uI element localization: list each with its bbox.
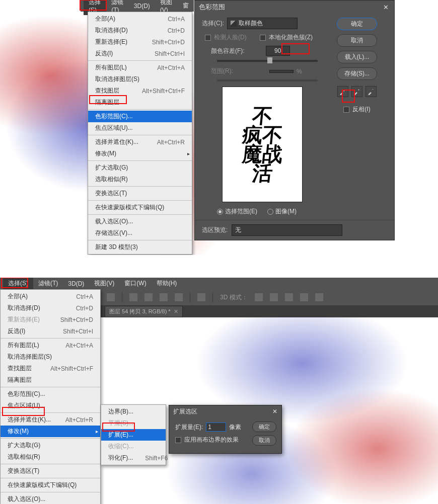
menu-item[interactable]: 取消选择(D)Ctrl+D bbox=[1, 302, 100, 314]
selection-preview-combo[interactable]: 无 bbox=[232, 224, 342, 236]
menubar: 选择(S) 滤镜(T) 3D(D) 视图(V) 窗口(W) 帮助(H) bbox=[0, 278, 438, 289]
select-combo-value: 取样颜色 bbox=[239, 19, 263, 28]
radio-image[interactable]: 图像(M) bbox=[267, 207, 297, 216]
3d-orbit-icon[interactable] bbox=[255, 293, 263, 301]
select-combo[interactable]: 取样颜色 bbox=[227, 18, 298, 29]
screenshot-bottom: 选择(S) 滤镜(T) 3D(D) 视图(V) 窗口(W) 帮助(H) 3D 模… bbox=[0, 278, 438, 504]
3d-camera-icon[interactable] bbox=[315, 293, 323, 301]
align-icon[interactable] bbox=[175, 293, 183, 301]
menu-item[interactable]: 全部(A)Ctrl+A bbox=[1, 291, 100, 302]
align-icon[interactable] bbox=[144, 293, 153, 301]
menu-item[interactable]: 焦点区域(U)... bbox=[88, 122, 192, 134]
eyedropper-icon[interactable] bbox=[337, 86, 348, 97]
eyedropper-sub-icon[interactable]: − bbox=[366, 86, 377, 97]
menu-item[interactable]: 选择并遮住(K)...Alt+Ctrl+R bbox=[1, 414, 100, 426]
fuzziness-slider[interactable] bbox=[217, 60, 318, 62]
menu-item[interactable]: 在快速蒙版模式下编辑(Q) bbox=[88, 202, 192, 213]
align-icon[interactable] bbox=[129, 293, 137, 301]
align-icon[interactable] bbox=[160, 293, 168, 301]
menu-item[interactable]: 扩展(E)... bbox=[101, 429, 166, 441]
menu-3d[interactable]: 3D(D) bbox=[129, 1, 155, 11]
dialog-title: 扩展选区 bbox=[173, 407, 197, 416]
menu-item[interactable]: 隔离图层 bbox=[88, 97, 192, 108]
options-bar: 3D 模式： bbox=[101, 289, 438, 305]
menu-item[interactable]: 选择并遮住(K)...Alt+Ctrl+R bbox=[88, 136, 192, 148]
menu-item[interactable]: 反选(I)Shift+Ctrl+I bbox=[1, 325, 100, 337]
range-label: 范围(R): bbox=[211, 67, 233, 75]
save-button[interactable]: 存储(S)... bbox=[337, 67, 377, 80]
menu-item[interactable]: 扩大选取(G) bbox=[1, 440, 100, 451]
dialog-titlebar: 色彩范围 ✕ bbox=[195, 1, 394, 14]
menu-item[interactable]: 羽化(F)...Shift+F6 bbox=[101, 452, 166, 464]
menu-item[interactable]: 扩大选取(G) bbox=[88, 162, 192, 174]
menu-item[interactable]: 取消选择(D)Ctrl+D bbox=[88, 25, 192, 36]
detect-faces-label: 检测人脸(D) bbox=[214, 33, 247, 42]
menu-item[interactable]: 选取相似(R) bbox=[1, 451, 100, 463]
3d-dolly-icon[interactable] bbox=[285, 293, 293, 301]
menu-view[interactable]: 视图(V) bbox=[89, 278, 119, 289]
menu-item[interactable]: 选取相似(R) bbox=[88, 174, 192, 185]
menu-3d[interactable]: 3D(D) bbox=[63, 279, 89, 289]
dialog-title: 色彩范围 bbox=[199, 3, 225, 12]
ok-button[interactable]: 确定 bbox=[252, 422, 276, 432]
menu-item[interactable]: 反选(I)Shift+Ctrl+I bbox=[88, 48, 192, 59]
menu-item[interactable]: 色彩范围(C)... bbox=[1, 388, 100, 400]
ok-button[interactable]: 确定 bbox=[337, 18, 377, 30]
menu-item[interactable]: 色彩范围(C)... bbox=[88, 111, 192, 122]
menu-item[interactable]: 焦点区域(U)... bbox=[1, 400, 100, 411]
menu-item[interactable]: 全部(A)Ctrl+A bbox=[88, 13, 192, 25]
menu-item[interactable]: 边界(B)... bbox=[101, 406, 166, 417]
localized-checkbox[interactable] bbox=[260, 35, 266, 41]
menu-item[interactable]: 隔离图层 bbox=[1, 374, 100, 386]
tool-cursor-icon[interactable] bbox=[107, 293, 115, 301]
menu-help[interactable]: 帮助(H) bbox=[152, 278, 182, 289]
menu-item[interactable]: 修改(M) bbox=[88, 148, 192, 159]
fuzziness-field[interactable]: 90 bbox=[266, 46, 290, 56]
menu-item[interactable]: 所有图层(L)Alt+Ctrl+A bbox=[1, 340, 100, 351]
eyedropper-add-icon[interactable]: + bbox=[351, 86, 362, 97]
eyedropper-icon bbox=[231, 21, 237, 27]
close-icon[interactable]: ✕ bbox=[381, 4, 390, 11]
menu-item[interactable]: 修改(M) bbox=[1, 426, 100, 437]
menu-item[interactable]: 所有图层(L)Alt+Ctrl+A bbox=[88, 62, 192, 73]
menu-item[interactable]: 取消选择图层(S) bbox=[88, 73, 192, 85]
menu-item[interactable]: 存储选区(V)... bbox=[88, 227, 192, 239]
menu-item[interactable]: 新建 3D 模型(3) bbox=[88, 241, 192, 253]
expand-amount-label: 扩展量(E): bbox=[175, 423, 203, 432]
cancel-button[interactable]: 取消 bbox=[337, 34, 377, 47]
menu-filter[interactable]: 滤镜(T) bbox=[33, 278, 63, 289]
menu-item: 收缩(C)... bbox=[101, 441, 166, 452]
select-dropdown: 全部(A)Ctrl+A取消选择(D)Ctrl+D重新选择(E)Shift+Ctr… bbox=[0, 289, 101, 504]
canvas-artwork bbox=[101, 298, 438, 504]
close-icon[interactable]: ✕ bbox=[174, 308, 178, 315]
apply-canvas-label: 应用画布边界的效果 bbox=[184, 436, 239, 444]
invert-row[interactable]: 反相(I) bbox=[343, 105, 370, 114]
load-button[interactable]: 载入(L)... bbox=[337, 51, 377, 63]
invert-checkbox[interactable] bbox=[343, 107, 349, 113]
expand-amount-field[interactable]: 1 bbox=[206, 423, 226, 432]
radio-selection[interactable]: 选择范围(E) bbox=[217, 207, 257, 216]
menu-item[interactable]: 载入选区(O)... bbox=[88, 216, 192, 227]
radio-image-label: 图像(M) bbox=[275, 207, 297, 216]
screenshot-top: 选择(S) 滤镜(T) 3D(D) 视图(V) 窗 全部(A)Ctrl+A取消选… bbox=[0, 0, 438, 255]
menu-window[interactable]: 窗口(W) bbox=[119, 278, 151, 289]
menu-item[interactable]: 载入选区(O)... bbox=[1, 493, 100, 504]
apply-canvas-checkbox[interactable] bbox=[175, 437, 181, 443]
menu-item[interactable]: 查找图层Alt+Shift+Ctrl+F bbox=[1, 363, 100, 374]
menu-window[interactable]: 窗 bbox=[178, 0, 194, 12]
localized-label: 本地化颜色簇(Z) bbox=[269, 33, 313, 42]
3d-walk-icon[interactable] bbox=[300, 293, 308, 301]
cancel-button[interactable]: 取消 bbox=[252, 435, 276, 446]
3d-pan-icon[interactable] bbox=[270, 293, 278, 301]
menu-select[interactable]: 选择(S) bbox=[3, 278, 33, 289]
menu-item[interactable]: 在快速蒙版模式下编辑(Q) bbox=[1, 479, 100, 491]
menu-item[interactable]: 变换选区(T) bbox=[88, 188, 192, 199]
close-icon[interactable]: ✕ bbox=[272, 408, 277, 415]
menu-item[interactable]: 查找图层Alt+Shift+Ctrl+F bbox=[88, 85, 192, 97]
menu-item[interactable]: 取消选择图层(S) bbox=[1, 351, 100, 363]
menu-item[interactable]: 重新选择(E)Shift+Ctrl+D bbox=[88, 36, 192, 48]
menu-item[interactable]: 变换选区(T) bbox=[1, 465, 100, 477]
distribute-icon[interactable] bbox=[197, 293, 205, 301]
document-tab[interactable]: 图层 54 拷贝 3, RGB/8) * ✕ bbox=[105, 306, 183, 317]
selection-preview: 不 疯不 魔战 活 bbox=[222, 87, 303, 202]
